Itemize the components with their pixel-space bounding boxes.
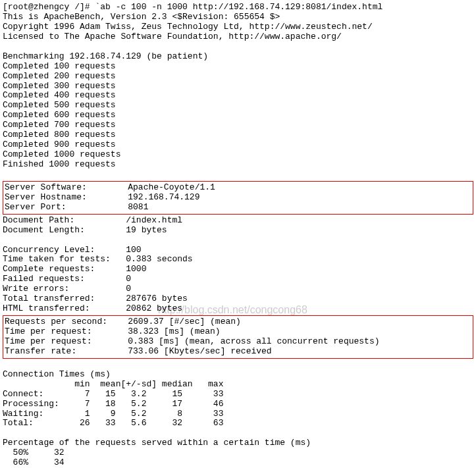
complete-requests: Complete requests: 1000 [3,265,473,274]
benchmarking-line: Benchmarking 192.168.74.129 (be patient) [3,52,473,62]
percentile-row: 66% 34 [3,458,473,468]
percentage-header: Percentage of the requests served within… [3,438,473,448]
document-path: Document Path: /index.html [3,216,473,226]
percentile-row: 50% 32 [3,448,473,458]
blank-line [3,236,473,246]
progress-line: Completed 400 requests [3,91,473,101]
server-info-box: Server Software: Apache-Coyote/1.1 Serve… [3,181,473,215]
concurrency-level: Concurrency Level: 100 [3,246,473,255]
performance-box: Requests per second: 2609.37 [#/sec] (me… [3,315,473,359]
progress-line: Completed 600 requests [3,111,473,120]
connection-times-header: Connection Times (ms) [3,370,473,380]
write-errors: Write errors: 0 [3,284,473,294]
server-port: Server Port: 8081 [5,203,471,213]
processing-row: Processing: 7 18 5.2 17 46 [3,400,473,409]
time-per-request-all: Time per request: 0.383 [ms] (mean, acro… [5,337,471,347]
server-hostname: Server Hostname: 192.168.74.129 [5,193,471,203]
requests-per-second: Requests per second: 2609.37 [#/sec] (me… [5,317,471,327]
blank-line [3,42,473,52]
intro-line: Licensed to The Apache Software Foundati… [3,32,473,42]
progress-line: Completed 900 requests [3,140,473,150]
total-row: Total: 26 33 5.6 32 63 [3,419,473,429]
blank-line [3,360,473,370]
finished-line: Finished 1000 requests [3,160,473,170]
progress-line: Completed 200 requests [3,72,473,82]
progress-line: Completed 800 requests [3,130,473,140]
total-transferred: Total transferred: 287676 bytes [3,294,473,304]
document-length: Document Length: 19 bytes [3,226,473,236]
intro-line: Copyright 1996 Adam Twiss, Zeus Technolo… [3,22,473,32]
progress-line: Completed 1000 requests [3,150,473,160]
failed-requests: Failed requests: 0 [3,274,473,284]
progress-line: Completed 500 requests [3,101,473,111]
connection-times-columns: min mean[+/-sd] median max [3,380,473,390]
blank-line [3,429,473,438]
connect-row: Connect: 7 15 3.2 15 33 [3,390,473,400]
time-per-request-mean: Time per request: 38.323 [ms] (mean) [5,327,471,337]
server-software: Server Software: Apache-Coyote/1.1 [5,183,471,193]
time-taken: Time taken for tests: 0.383 seconds [3,255,473,265]
transfer-rate: Transfer rate: 733.06 [Kbytes/sec] recei… [5,347,471,357]
command-line: [root@zhengcy /]# `ab -c 100 -n 1000 htt… [3,3,473,13]
progress-line: Completed 700 requests [3,120,473,130]
html-transferred: HTML transferred: 20862 bytes [3,304,473,314]
blank-line [3,170,473,180]
intro-line: This is ApacheBench, Version 2.3 <$Revis… [3,13,473,22]
waiting-row: Waiting: 1 9 5.2 8 33 [3,409,473,419]
terminal-output: [root@zhengcy /]# `ab -c 100 -n 1000 htt… [3,3,473,468]
progress-line: Completed 300 requests [3,82,473,91]
progress-line: Completed 100 requests [3,62,473,72]
